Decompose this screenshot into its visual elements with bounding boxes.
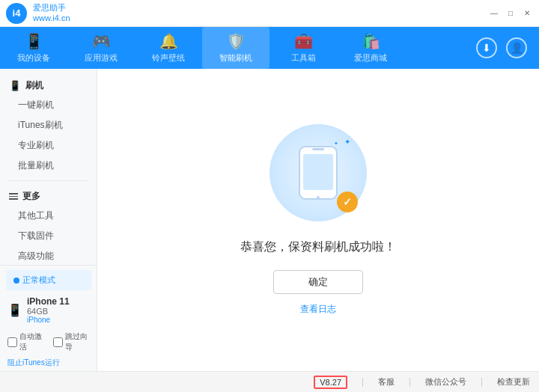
- my-device-icon: 📱: [25, 32, 43, 50]
- logo-text: 爱思助手 www.i4.cn: [33, 3, 70, 22]
- title-bar-controls: — □ ✕: [488, 7, 533, 19]
- svg-point-3: [317, 196, 320, 199]
- more-icon: [9, 193, 18, 200]
- sidebar-divider: [9, 180, 88, 181]
- title-bar-left: i4 爱思助手 www.i4.cn: [6, 3, 70, 24]
- apps-games-icon: 🎮: [92, 32, 111, 50]
- nav-item-toolbox[interactable]: 🧰 工具箱: [270, 27, 337, 69]
- nav-bar: 📱 我的设备 🎮 应用游戏 🔔 铃声壁纸 🛡️ 智能刷机 🧰 工具箱 🛍️ 爱思…: [0, 27, 539, 69]
- title-bar: i4 爱思助手 www.i4.cn — □ ✕: [0, 0, 539, 27]
- maximize-button[interactable]: □: [505, 7, 517, 19]
- footer-divider-1: [362, 378, 363, 387]
- success-illustration: ✦ ✦ ✓: [270, 124, 367, 221]
- activate-guide-input[interactable]: [53, 337, 63, 347]
- sparkle-2-icon: ✦: [334, 141, 338, 147]
- phone-illustration: [296, 143, 341, 203]
- user-button[interactable]: 👤: [506, 37, 527, 58]
- nav-item-apps-games[interactable]: 🎮 应用游戏: [67, 27, 135, 69]
- footer: V8.27 客服 微信公众号 检查更新: [0, 371, 539, 392]
- close-button[interactable]: ✕: [521, 7, 533, 19]
- confirm-button[interactable]: 确定: [273, 270, 363, 294]
- sidebar-item-one-click-flash[interactable]: 一键刷机: [0, 95, 97, 115]
- view-log-link[interactable]: 查看日志: [300, 303, 336, 316]
- footer-divider-3: [481, 378, 482, 387]
- nav-item-my-device[interactable]: 📱 我的设备: [0, 27, 67, 69]
- sidebar-item-pro-flash[interactable]: 专业刷机: [0, 135, 97, 156]
- phone-small-icon: 📱: [9, 80, 21, 91]
- nav-right-actions: ⬇ 👤: [476, 37, 539, 58]
- sidebar-item-itunes-flash[interactable]: iTunes刷机: [0, 115, 97, 135]
- mode-badge: 正常模式: [6, 270, 91, 290]
- minimize-button[interactable]: —: [488, 7, 500, 19]
- device-model: iPhone: [27, 316, 70, 324]
- sparkle-1-icon: ✦: [344, 138, 350, 146]
- sidebar-item-advanced-features[interactable]: 高级功能: [0, 246, 97, 266]
- activate-guide-checkbox[interactable]: 跳过向导: [53, 331, 90, 352]
- sidebar-item-download-firmware[interactable]: 下载固件: [0, 226, 97, 246]
- auto-activate-input[interactable]: [7, 337, 17, 347]
- store-icon: 🛍️: [362, 32, 380, 50]
- device-phone-icon: 📱: [7, 303, 22, 317]
- mode-dot: [13, 278, 19, 284]
- sidebar-bottom: 正常模式 📱 iPhone 11 64GB iPhone 自动激活 跳过向导 阻…: [0, 265, 97, 371]
- main-content: ✦ ✦ ✓ 恭喜您，保资料刷机成功啦！ 确定 查看日志: [97, 69, 539, 371]
- device-name: iPhone 11: [27, 296, 70, 307]
- footer-divider-2: [409, 378, 410, 387]
- auto-activate-checkbox[interactable]: 自动激活: [7, 331, 44, 352]
- device-info: 📱 iPhone 11 64GB iPhone: [0, 293, 97, 328]
- itunes-info: 阻止iTunes运行: [0, 355, 97, 371]
- nav-item-ringtone-wallpaper[interactable]: 🔔 铃声壁纸: [135, 27, 202, 69]
- sidebar-item-batch-flash[interactable]: 批量刷机: [0, 156, 97, 176]
- toolbox-icon: 🧰: [294, 32, 313, 50]
- svg-rect-1: [303, 154, 333, 190]
- smart-flash-icon: 🛡️: [227, 32, 246, 50]
- download-button[interactable]: ⬇: [476, 37, 497, 58]
- svg-rect-2: [312, 148, 324, 150]
- nav-item-smart-flash[interactable]: 🛡️ 智能刷机: [202, 27, 270, 69]
- flash-section-header: 📱 刷机: [0, 75, 97, 95]
- success-message: 恭喜您，保资料刷机成功啦！: [240, 239, 396, 255]
- footer-link-check-update[interactable]: 检查更新: [497, 376, 530, 388]
- device-storage: 64GB: [27, 307, 70, 316]
- sidebar-checkboxes: 自动激活 跳过向导: [0, 328, 97, 355]
- logo-icon: i4: [6, 3, 27, 24]
- check-badge: ✓: [337, 192, 358, 212]
- more-section-header: 更多: [0, 186, 97, 206]
- version-badge: V8.27: [314, 376, 347, 389]
- footer-link-support[interactable]: 客服: [378, 376, 395, 388]
- sidebar-item-other-tools[interactable]: 其他工具: [0, 206, 97, 226]
- ringtone-icon: 🔔: [159, 32, 178, 50]
- nav-item-aisi-store[interactable]: 🛍️ 爱思商城: [337, 27, 404, 69]
- footer-link-wechat[interactable]: 微信公众号: [425, 376, 466, 388]
